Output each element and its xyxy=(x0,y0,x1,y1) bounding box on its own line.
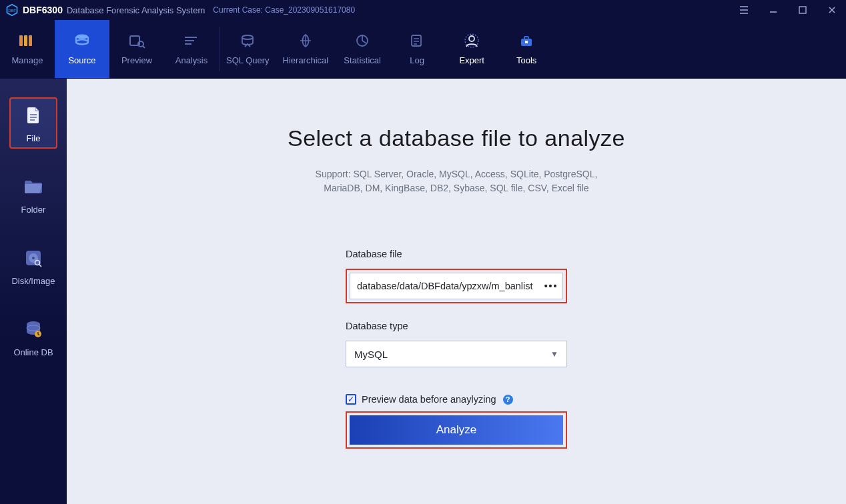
expert-icon xyxy=(462,31,481,50)
sidebar-item-folder-label: Folder xyxy=(21,205,46,215)
db-type-select[interactable]: MySQL ▼ xyxy=(346,341,567,367)
browse-button[interactable]: ••• xyxy=(540,273,562,299)
check-icon: ✓ xyxy=(348,395,354,403)
svg-point-7 xyxy=(76,40,88,45)
tab-log-label: Log xyxy=(410,55,424,65)
svg-point-13 xyxy=(242,35,253,39)
sqlquery-icon xyxy=(238,31,257,50)
folder-icon xyxy=(22,175,45,198)
svg-point-26 xyxy=(32,257,35,259)
tab-expert[interactable]: Expert xyxy=(444,20,499,78)
tab-hierarchical-label: Hierarchical xyxy=(283,55,329,65)
file-icon xyxy=(22,104,45,127)
maximize-button[interactable] xyxy=(793,0,813,20)
support-line-1: Support: SQL Server, Oracle, MySQL, Acce… xyxy=(316,167,598,181)
main-pane: Select a database file to analyze Suppor… xyxy=(67,79,846,504)
chevron-down-icon: ▼ xyxy=(550,349,558,359)
source-icon xyxy=(73,31,91,50)
svg-point-16 xyxy=(469,36,474,41)
analyze-form: Database file ••• Database type MySQL ▼ … xyxy=(346,249,567,449)
support-formats: Support: SQL Server, Oracle, MySQL, Acce… xyxy=(316,167,598,195)
svg-rect-11 xyxy=(185,40,194,41)
svg-rect-20 xyxy=(525,41,528,43)
svg-rect-12 xyxy=(185,43,191,45)
statistical-icon xyxy=(353,31,372,50)
svg-rect-5 xyxy=(29,35,32,46)
db-file-label: Database file xyxy=(346,249,567,259)
analyze-highlight: Analyze xyxy=(346,411,567,449)
source-sidebar: File Folder Disk/Image Online DB xyxy=(0,79,67,504)
tab-analysis-label: Analysis xyxy=(175,55,207,65)
sidebar-item-file[interactable]: File xyxy=(9,97,57,149)
tab-statistical[interactable]: Statistical xyxy=(335,20,390,78)
tab-preview[interactable]: Preview xyxy=(109,20,164,78)
hierarchical-icon xyxy=(296,31,315,50)
log-icon xyxy=(408,31,426,50)
db-file-input-wrap: ••• xyxy=(350,273,563,299)
sidebar-item-file-label: File xyxy=(27,133,41,143)
page-title: Select a database file to analyze xyxy=(288,125,625,151)
tab-sqlquery[interactable]: SQL Query xyxy=(220,20,276,78)
disk-icon xyxy=(22,247,45,269)
current-case-label: Current Case: Case_202309051617080 xyxy=(213,5,355,15)
sidebar-item-onlinedb-label: Online DB xyxy=(13,347,53,357)
db-file-input[interactable] xyxy=(350,273,540,299)
preview-checkbox-row[interactable]: ✓ Preview data before anaylyzing ? xyxy=(346,394,567,405)
preview-checkbox[interactable]: ✓ xyxy=(346,394,356,405)
svg-rect-23 xyxy=(30,119,35,121)
svg-rect-10 xyxy=(185,37,197,38)
sidebar-item-folder[interactable]: Folder xyxy=(9,169,57,220)
svg-text:DBF: DBF xyxy=(8,9,16,13)
tab-statistical-label: Statistical xyxy=(344,55,381,65)
tab-tools[interactable]: Tools xyxy=(499,20,554,78)
support-line-2: MariaDB, DM, KingBase, DB2, Sybase, SQL … xyxy=(316,181,598,195)
sidebar-item-onlinedb[interactable]: Online DB xyxy=(9,311,57,363)
db-file-highlight: ••• xyxy=(346,269,567,303)
svg-rect-3 xyxy=(19,35,23,46)
hamburger-menu-icon[interactable] xyxy=(734,0,754,20)
analyze-button[interactable]: Analyze xyxy=(350,415,563,445)
preview-icon xyxy=(127,31,146,50)
app-brand: DBF6300 xyxy=(23,5,63,15)
tab-source[interactable]: Source xyxy=(55,20,109,78)
tab-hierarchical[interactable]: Hierarchical xyxy=(276,20,336,78)
db-type-value: MySQL xyxy=(354,349,388,360)
close-button[interactable] xyxy=(822,0,842,20)
sidebar-item-diskimage[interactable]: Disk/Image xyxy=(9,240,57,291)
svg-rect-19 xyxy=(524,37,528,39)
svg-rect-4 xyxy=(24,35,27,46)
tab-log[interactable]: Log xyxy=(390,20,444,78)
top-tabs: Manage Source Preview Analysis SQL Query… xyxy=(0,20,846,79)
tab-analysis[interactable]: Analysis xyxy=(164,20,219,78)
tab-manage[interactable]: Manage xyxy=(0,20,55,78)
manage-icon xyxy=(18,31,37,50)
app-logo-icon: DBF xyxy=(5,3,19,17)
window-controls xyxy=(734,0,842,20)
tools-icon xyxy=(517,31,536,50)
tab-tools-label: Tools xyxy=(516,55,536,65)
tab-source-label: Source xyxy=(68,55,95,65)
svg-rect-21 xyxy=(30,114,37,115)
sidebar-item-diskimage-label: Disk/Image xyxy=(11,276,55,286)
tab-sqlquery-label: SQL Query xyxy=(226,55,270,65)
minimize-button[interactable] xyxy=(763,0,783,20)
svg-rect-2 xyxy=(799,7,806,13)
tab-expert-label: Expert xyxy=(459,55,484,65)
tab-preview-label: Preview xyxy=(121,55,152,65)
preview-checkbox-label: Preview data before anaylyzing xyxy=(362,394,496,405)
titlebar: DBF DBF6300 Database Forensic Analysis S… xyxy=(0,0,846,20)
help-icon[interactable]: ? xyxy=(503,395,513,405)
tab-manage-label: Manage xyxy=(12,55,43,65)
content-area: File Folder Disk/Image Online DB Select … xyxy=(0,79,846,504)
onlinedb-icon xyxy=(22,318,45,341)
svg-point-6 xyxy=(76,35,88,39)
svg-rect-22 xyxy=(30,117,37,118)
analysis-icon xyxy=(182,31,201,50)
app-subtitle: Database Forensic Analysis System xyxy=(67,5,205,15)
db-type-label: Database type xyxy=(346,321,567,331)
